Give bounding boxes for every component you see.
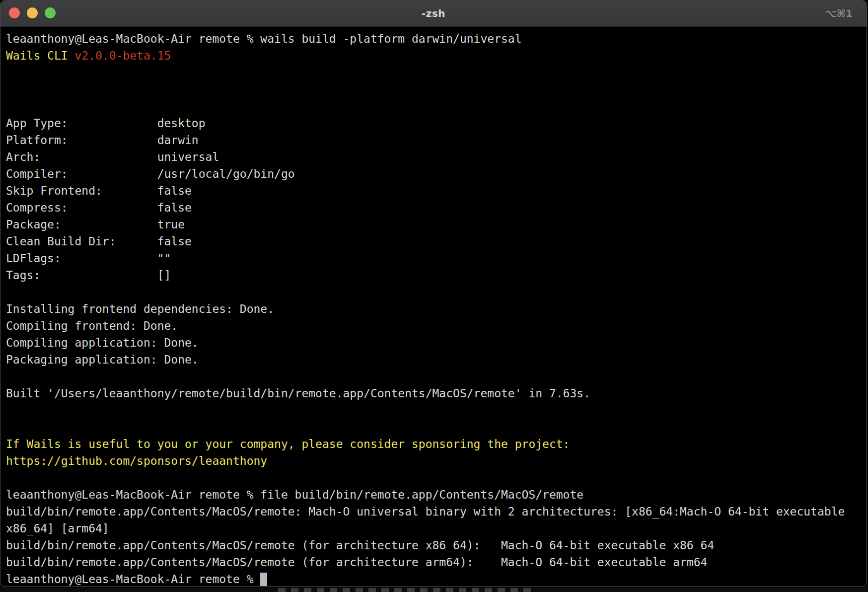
terminal-text-segment: Compiling application: Done. xyxy=(6,336,199,349)
terminal-window: -zsh ⌥⌘1 leaanthony@Leas-MacBook-Air rem… xyxy=(0,0,867,587)
terminal-text-segment: leaanthony@Leas-MacBook-Air remote % fil… xyxy=(6,488,583,501)
background-window-sliver xyxy=(0,588,868,592)
terminal-line: Installing frontend dependencies: Done. xyxy=(6,300,867,317)
terminal-line: Built '/Users/leaanthony/remote/build/bi… xyxy=(6,385,867,402)
terminal-text-segment: Platform: darwin xyxy=(6,134,199,147)
terminal-line: LDFlags: "" xyxy=(6,250,867,267)
window-shortcut-badge: ⌥⌘1 xyxy=(825,0,853,26)
terminal-line xyxy=(6,368,867,385)
terminal-text-segment: Wails CLI xyxy=(6,49,74,62)
terminal-line: leaanthony@Leas-MacBook-Air remote % xyxy=(6,571,867,587)
terminal-line: Packaging application: Done. xyxy=(6,351,867,368)
terminal-text-segment: Compress: false xyxy=(6,201,192,214)
window-title: -zsh xyxy=(0,0,867,26)
terminal-text-segment: Compiler: /usr/local/go/bin/go xyxy=(6,167,295,180)
terminal-line: leaanthony@Leas-MacBook-Air remote % wai… xyxy=(6,30,867,47)
terminal-line: Arch: universal xyxy=(6,148,867,165)
terminal-line: App Type: desktop xyxy=(6,115,867,132)
background-text-fragments xyxy=(278,588,531,592)
terminal-line xyxy=(6,64,867,81)
terminal-text-segment: Packaging application: Done. xyxy=(6,353,199,366)
terminal-text-segment: Installing frontend dependencies: Done. xyxy=(6,302,274,315)
terminal-line: Platform: darwin xyxy=(6,132,867,148)
terminal-text-segment: leaanthony@Leas-MacBook-Air remote % wai… xyxy=(6,32,522,45)
terminal-line xyxy=(6,402,867,419)
terminal-line: If Wails is useful to you or your compan… xyxy=(6,436,867,452)
terminal-line xyxy=(6,81,867,98)
terminal-text-segment: build/bin/remote.app/Contents/MacOS/remo… xyxy=(6,505,845,518)
terminal-text-segment: build/bin/remote.app/Contents/MacOS/remo… xyxy=(6,556,707,569)
terminal-text-segment: If Wails is useful to you or your compan… xyxy=(6,438,570,450)
terminal-text-segment: Skip Frontend: false xyxy=(6,184,192,197)
terminal-line: build/bin/remote.app/Contents/MacOS/remo… xyxy=(6,503,867,520)
terminal-text-segment: Built '/Users/leaanthony/remote/build/bi… xyxy=(6,387,590,400)
title-bar[interactable]: -zsh ⌥⌘1 xyxy=(0,0,867,27)
terminal-text-segment: App Type: desktop xyxy=(6,117,206,130)
terminal-text-segment: Tags: [] xyxy=(6,269,171,282)
terminal-line: Compiling frontend: Done. xyxy=(6,317,867,334)
terminal-line: Clean Build Dir: false xyxy=(6,233,867,250)
terminal-line: Package: true xyxy=(6,216,867,233)
terminal-line xyxy=(6,98,867,115)
terminal-line: leaanthony@Leas-MacBook-Air remote % fil… xyxy=(6,486,867,503)
terminal-line: Compress: false xyxy=(6,199,867,216)
terminal-line: https://github.com/sponsors/leaanthony xyxy=(6,452,867,469)
terminal-line: Wails CLI v2.0.0-beta.15 xyxy=(6,47,867,64)
terminal-line: Compiler: /usr/local/go/bin/go xyxy=(6,165,867,182)
terminal-text-segment: Arch: universal xyxy=(6,150,219,163)
terminal-line: Compiling application: Done. xyxy=(6,334,867,351)
terminal-line: x86_64] [arm64] xyxy=(6,520,867,537)
terminal-line: build/bin/remote.app/Contents/MacOS/remo… xyxy=(6,537,867,554)
terminal-text-segment: v2.0.0-beta.15 xyxy=(74,49,171,62)
terminal-text-segment: build/bin/remote.app/Contents/MacOS/remo… xyxy=(6,539,714,552)
terminal-text-segment: x86_64] [arm64] xyxy=(6,522,109,535)
terminal-cursor xyxy=(260,573,267,586)
terminal-text-segment: leaanthony@Leas-MacBook-Air remote % xyxy=(6,573,260,586)
terminal-line xyxy=(6,469,867,486)
terminal-text-segment: https://github.com/sponsors/leaanthony xyxy=(6,454,267,467)
terminal-text-segment: Compiling frontend: Done. xyxy=(6,319,178,332)
terminal-line: Skip Frontend: false xyxy=(6,182,867,199)
terminal-text-segment: Clean Build Dir: false xyxy=(6,235,192,248)
terminal-line: build/bin/remote.app/Contents/MacOS/remo… xyxy=(6,554,867,571)
terminal-text-segment: Package: true xyxy=(6,218,185,231)
terminal-line xyxy=(6,284,867,300)
terminal-line xyxy=(6,419,867,436)
terminal-text-segment: LDFlags: "" xyxy=(6,252,171,265)
terminal-output[interactable]: leaanthony@Leas-MacBook-Air remote % wai… xyxy=(0,27,867,587)
terminal-line: Tags: [] xyxy=(6,267,867,284)
